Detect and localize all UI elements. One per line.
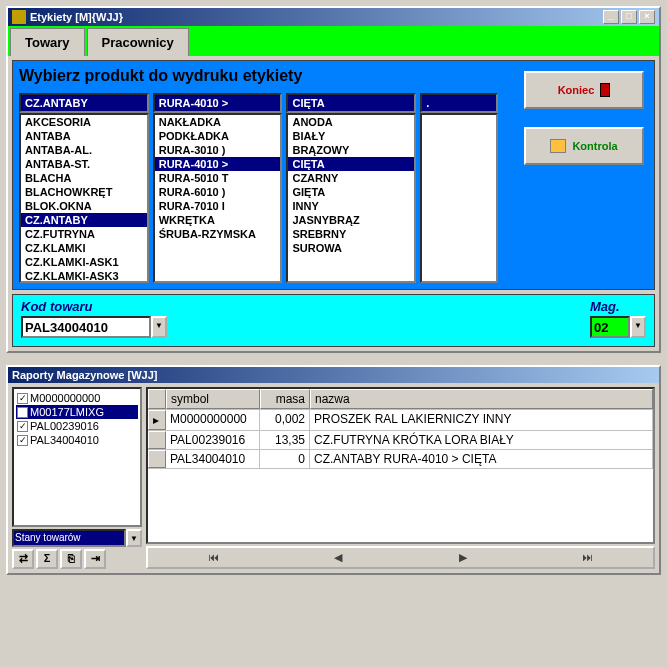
list-item[interactable]: AKCESORIA [21, 115, 147, 129]
tree-toolbar: ⇄Σ⎘⇥ [12, 549, 142, 569]
list-item[interactable]: RURA-6010 ) [155, 185, 281, 199]
list-item[interactable]: INNY [288, 199, 414, 213]
list-item[interactable]: JASNYBRĄZ [288, 213, 414, 227]
nav-button[interactable]: ▶ [443, 551, 483, 564]
list-columns: CZ.ANTABY AKCESORIAANTABAANTABA-AL.ANTAB… [19, 93, 498, 283]
list-item[interactable]: CZARNY [288, 171, 414, 185]
kontrola-button[interactable]: Kontrola [524, 127, 644, 165]
list-item[interactable]: CZ.KLAMKI-ASK3 [21, 269, 147, 283]
tree-mode-dropdown[interactable]: ▼ [126, 529, 142, 547]
listbox-3[interactable]: ANODABIAŁYBRĄZOWYCIĘTACZARNYGIĘTAINNYJAS… [286, 113, 416, 283]
list-hdr-1[interactable]: CZ.ANTABY [19, 93, 149, 113]
listbox-2[interactable]: NAKŁADKAPODKŁADKARURA-3010 )RURA-4010 >R… [153, 113, 283, 283]
etykiety-window: Etykiety [M]{WJJ} _ □ × Towary Pracownic… [6, 6, 661, 353]
col-nazwa[interactable]: nazwa [310, 389, 653, 409]
list-col-2: RURA-4010 > NAKŁADKAPODKŁADKARURA-3010 )… [153, 93, 283, 283]
kod-dropdown[interactable]: ▼ [151, 316, 167, 338]
titlebar[interactable]: Etykiety [M]{WJJ} _ □ × [8, 8, 659, 26]
list-item[interactable]: CIĘTA [288, 157, 414, 171]
koniec-button[interactable]: Koniec [524, 71, 644, 109]
tree-mode-select[interactable]: Stany towarów [12, 529, 126, 547]
list-item[interactable]: BRĄZOWY [288, 143, 414, 157]
list-item[interactable]: RURA-4010 > [155, 157, 281, 171]
cell-symbol: PAL00239016 [166, 431, 260, 449]
list-item[interactable]: ANTABA-AL. [21, 143, 147, 157]
list-item[interactable]: ANTABA [21, 129, 147, 143]
tab-towary[interactable]: Towary [10, 28, 85, 56]
tree-label: PAL00239016 [30, 419, 99, 433]
nav-button[interactable]: ◀ [318, 551, 358, 564]
raporty-window: Raporty Magazynowe [WJJ] ✓M0000000000M00… [6, 365, 661, 575]
minimize-button[interactable]: _ [603, 10, 619, 24]
list-hdr-4[interactable]: . [420, 93, 498, 113]
checkbox-icon[interactable]: ✓ [17, 421, 28, 432]
nav-button[interactable]: ⏮ [193, 551, 233, 564]
checkbox-icon[interactable] [17, 407, 28, 418]
koniec-label: Koniec [558, 84, 595, 96]
listbox-4[interactable] [420, 113, 498, 283]
list-item[interactable]: RURA-3010 ) [155, 143, 281, 157]
mag-dropdown[interactable]: ▼ [630, 316, 646, 338]
close-button[interactable]: × [639, 10, 655, 24]
list-item[interactable]: PODKŁADKA [155, 129, 281, 143]
mag-input[interactable] [590, 316, 630, 338]
window-title-2: Raporty Magazynowe [WJJ] [12, 369, 157, 381]
toolbar-button[interactable]: ⇥ [84, 549, 106, 569]
tree[interactable]: ✓M0000000000M00177LMIXG✓PAL00239016✓PAL3… [12, 387, 142, 527]
list-item[interactable]: BLOK.OKNA [21, 199, 147, 213]
mag-label: Mag. [590, 299, 646, 314]
list-item[interactable]: NAKŁADKA [155, 115, 281, 129]
list-item[interactable]: RURA-5010 T [155, 171, 281, 185]
toolbar-button[interactable]: Σ [36, 549, 58, 569]
col-masa[interactable]: masa [260, 389, 310, 409]
list-item[interactable]: SUROWA [288, 241, 414, 255]
kod-label: Kod towaru [21, 299, 167, 314]
data-grid[interactable]: symbol masa nazwa ▸M00000000000,002PROSZ… [146, 387, 655, 544]
app-icon [12, 10, 26, 24]
tab-pracownicy[interactable]: Pracownicy [87, 28, 189, 56]
toolbar-button[interactable]: ⇄ [12, 549, 34, 569]
list-item[interactable]: BIAŁY [288, 129, 414, 143]
list-item[interactable]: SREBRNY [288, 227, 414, 241]
table-row[interactable]: PAL340040100CZ.ANTABY RURA-4010 > CIĘTA [148, 450, 653, 469]
nav-button[interactable]: ⏭ [568, 551, 608, 564]
row-marker-hdr [148, 389, 166, 409]
checkbox-icon[interactable]: ✓ [17, 393, 28, 404]
grid-header: symbol masa nazwa [148, 389, 653, 410]
list-item[interactable]: CZ.KLAMKI [21, 241, 147, 255]
tree-item[interactable]: ✓M0000000000 [16, 391, 138, 405]
mag-group: Mag. ▼ [590, 299, 646, 338]
toolbar-button[interactable]: ⎘ [60, 549, 82, 569]
list-hdr-3[interactable]: CIĘTA [286, 93, 416, 113]
maximize-button[interactable]: □ [621, 10, 637, 24]
list-item[interactable]: RURA-7010 I [155, 199, 281, 213]
list-item[interactable]: BLACHA [21, 171, 147, 185]
list-item[interactable]: CZ.KLAMKI-ASK1 [21, 255, 147, 269]
tree-label: PAL34004010 [30, 433, 99, 447]
list-item[interactable]: ANTABA-ST. [21, 157, 147, 171]
row-marker: ▸ [148, 410, 166, 430]
kod-input[interactable] [21, 316, 151, 338]
table-row[interactable]: PAL0023901613,35CZ.FUTRYNA KRÓTKA LORA B… [148, 431, 653, 450]
listbox-1[interactable]: AKCESORIAANTABAANTABA-AL.ANTABA-ST.BLACH… [19, 113, 149, 283]
list-item[interactable]: ŚRUBA-RZYMSKA [155, 227, 281, 241]
list-item[interactable]: BLACHOWKRĘT [21, 185, 147, 199]
checkbox-icon[interactable]: ✓ [17, 435, 28, 446]
list-item[interactable]: GIĘTA [288, 185, 414, 199]
stop-icon [600, 83, 610, 97]
list-hdr-2[interactable]: RURA-4010 > [153, 93, 283, 113]
list-col-4: . [420, 93, 498, 283]
tree-item[interactable]: ✓PAL00239016 [16, 419, 138, 433]
list-item[interactable]: CZ.FUTRYNA [21, 227, 147, 241]
kod-bar: Kod towaru ▼ Mag. ▼ [12, 294, 655, 347]
tree-item[interactable]: M00177LMIXG [16, 405, 138, 419]
list-item[interactable]: ANODA [288, 115, 414, 129]
tree-item[interactable]: ✓PAL34004010 [16, 433, 138, 447]
list-item[interactable]: WKRĘTKA [155, 213, 281, 227]
titlebar-2[interactable]: Raporty Magazynowe [WJJ] [8, 367, 659, 383]
list-item[interactable]: CZ.ANTABY [21, 213, 147, 227]
col-symbol[interactable]: symbol [166, 389, 260, 409]
cell-nazwa: CZ.ANTABY RURA-4010 > CIĘTA [310, 450, 653, 468]
row-marker [148, 450, 166, 468]
table-row[interactable]: ▸M00000000000,002PROSZEK RAL LAKIERNICZY… [148, 410, 653, 431]
